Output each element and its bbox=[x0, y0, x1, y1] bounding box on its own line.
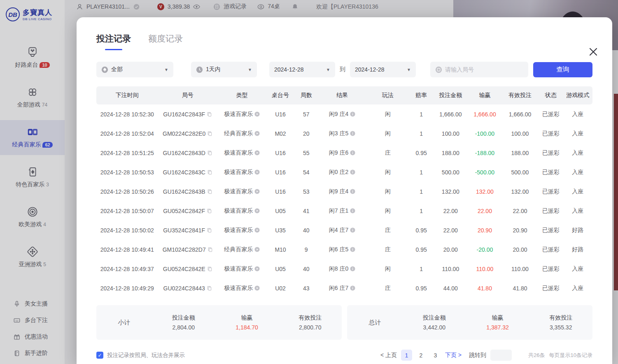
copy-icon[interactable] bbox=[208, 247, 213, 252]
win-loss: -188.00 bbox=[475, 150, 494, 156]
play-type: 庄 bbox=[385, 246, 391, 253]
play-icon[interactable] bbox=[254, 169, 260, 175]
copy-icon[interactable] bbox=[207, 285, 212, 291]
play-type: 闲 bbox=[385, 207, 391, 215]
prev-page-button[interactable]: < 上页 bbox=[380, 352, 397, 359]
info-icon[interactable] bbox=[350, 208, 355, 213]
copy-icon[interactable] bbox=[207, 111, 212, 117]
win-loss: 132.00 bbox=[476, 188, 494, 195]
column-header: 玩法 bbox=[366, 92, 409, 99]
valid-bet: 188.00 bbox=[511, 150, 529, 156]
modal-footer: ✓ 投注记录按照局、玩法合并展示 < 上页 123 下页 > 跳转到 共26条 … bbox=[96, 350, 592, 361]
game-type: 极速百家乐 bbox=[224, 265, 253, 273]
play-icon[interactable] bbox=[254, 111, 260, 117]
close-icon[interactable] bbox=[588, 47, 598, 57]
bet-time: 2024-12-28 10:49:29 bbox=[100, 285, 154, 292]
bet-amount: 500.00 bbox=[442, 169, 459, 176]
page-number-3[interactable]: 3 bbox=[430, 350, 441, 361]
game-mode: 入座 bbox=[572, 169, 583, 176]
tab-quota-records[interactable]: 额度记录 bbox=[148, 33, 183, 49]
info-icon[interactable] bbox=[350, 189, 355, 194]
play-icon[interactable] bbox=[254, 285, 260, 291]
status: 已派彩 bbox=[542, 130, 560, 137]
round-id: GU0524C2842E bbox=[163, 266, 205, 272]
tab-bet-records[interactable]: 投注记录 bbox=[96, 33, 131, 49]
round-search-box bbox=[430, 62, 528, 77]
total-winloss-label: 输赢 bbox=[466, 314, 529, 322]
valid-bet: 500.00 bbox=[511, 169, 529, 176]
spade-icon bbox=[101, 66, 108, 73]
next-page-button[interactable]: 下页 > bbox=[445, 352, 462, 359]
info-icon[interactable] bbox=[350, 285, 355, 291]
game-type: 经典百家乐 bbox=[224, 246, 253, 253]
info-icon[interactable] bbox=[350, 150, 355, 155]
subtotal-winloss-value: 1,184.70 bbox=[215, 324, 279, 331]
play-icon[interactable] bbox=[254, 247, 260, 252]
info-icon[interactable] bbox=[350, 247, 355, 252]
round-id: GU1624C2843F bbox=[163, 111, 205, 118]
play-icon[interactable] bbox=[254, 189, 260, 194]
copy-icon[interactable] bbox=[207, 227, 212, 233]
game-type: 极速百家乐 bbox=[224, 207, 253, 215]
time-range-select[interactable]: 1天内 ▼ bbox=[191, 62, 257, 77]
copy-icon[interactable] bbox=[207, 169, 212, 175]
subtotal-bet-value: 2,804.00 bbox=[152, 324, 215, 331]
page-number-1[interactable]: 1 bbox=[401, 350, 412, 361]
bet-time: 2024-12-28 10:50:07 bbox=[100, 208, 154, 214]
result: 闲9 庄4 bbox=[329, 111, 348, 118]
result: 闲3 庄5 bbox=[329, 130, 348, 137]
info-icon[interactable] bbox=[350, 227, 355, 233]
info-icon[interactable] bbox=[350, 266, 355, 271]
page-number-2[interactable]: 2 bbox=[415, 350, 427, 361]
info-icon[interactable] bbox=[350, 131, 355, 136]
play-type: 闲 bbox=[385, 188, 391, 195]
play-icon[interactable] bbox=[254, 208, 260, 213]
win-loss: 22.00 bbox=[478, 208, 492, 214]
table-row-6: 2024-12-28 10:50:07GU0524C2842F极速百家乐U054… bbox=[96, 201, 592, 220]
game-type-select[interactable]: 全部 ▼ bbox=[96, 62, 173, 77]
game-type: 极速百家乐 bbox=[224, 285, 253, 292]
date-to-picker[interactable]: 2024-12-28 ▼ bbox=[350, 62, 416, 77]
copy-icon[interactable] bbox=[207, 150, 212, 155]
round-number-input[interactable] bbox=[445, 66, 507, 73]
copy-icon[interactable] bbox=[207, 131, 212, 136]
clock-icon bbox=[196, 66, 203, 73]
info-icon[interactable] bbox=[350, 169, 355, 175]
game-type: 极速百家乐 bbox=[224, 149, 253, 157]
table-row-10: 2024-12-28 10:49:29GU0224C28443极速百家乐U024… bbox=[96, 278, 592, 298]
copy-icon[interactable] bbox=[207, 266, 212, 271]
table-row-4: 2024-12-28 10:50:53GU1624C2843C极速百家乐U165… bbox=[96, 162, 592, 182]
column-header: 结果 bbox=[318, 92, 366, 99]
table-number: U35 bbox=[275, 227, 286, 234]
play-icon[interactable] bbox=[254, 266, 260, 271]
round-count: 20 bbox=[303, 130, 310, 137]
table-number: U16 bbox=[275, 111, 286, 118]
play-icon[interactable] bbox=[254, 227, 260, 233]
table-number: M10 bbox=[275, 246, 286, 253]
round-id: GU1624C2843D bbox=[163, 150, 205, 156]
result: 闲9 庄6 bbox=[329, 149, 348, 157]
info-icon[interactable] bbox=[350, 111, 355, 117]
copy-icon[interactable] bbox=[207, 208, 212, 213]
bet-amount: 44.00 bbox=[443, 285, 458, 292]
merge-checkbox[interactable]: ✓ bbox=[96, 352, 103, 359]
jump-to-input[interactable] bbox=[490, 350, 512, 361]
round-count: 41 bbox=[303, 208, 310, 214]
odds: 1 bbox=[420, 111, 423, 118]
bet-time: 2024-12-28 10:49:41 bbox=[100, 246, 154, 253]
play-icon[interactable] bbox=[254, 131, 260, 136]
game-type: 极速百家乐 bbox=[224, 111, 253, 118]
date-to-value: 2024-12-28 bbox=[355, 66, 385, 73]
odds: 0.95 bbox=[416, 227, 427, 234]
total-label: 总计 bbox=[347, 319, 403, 327]
result: 闲4 庄7 bbox=[329, 227, 348, 234]
total-count: 共26条 bbox=[528, 352, 545, 359]
chevron-down-icon: ▼ bbox=[326, 67, 330, 72]
date-from-picker[interactable]: 2024-12-28 ▼ bbox=[269, 62, 335, 77]
play-icon[interactable] bbox=[254, 150, 260, 155]
game-mode: 好路 bbox=[572, 227, 583, 234]
status: 已派彩 bbox=[542, 246, 560, 253]
search-button[interactable]: 查询 bbox=[533, 62, 592, 77]
win-loss: -500.00 bbox=[475, 169, 494, 176]
copy-icon[interactable] bbox=[207, 189, 212, 194]
